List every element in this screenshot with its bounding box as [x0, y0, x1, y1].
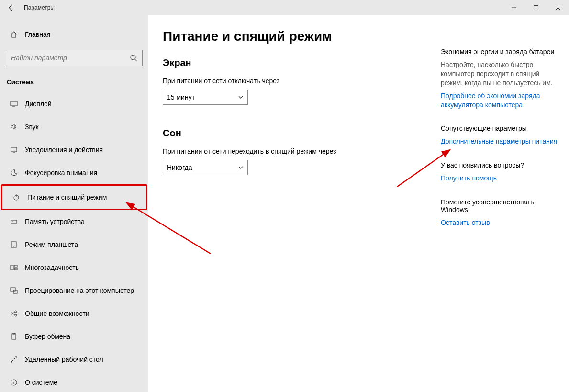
screen-label: При питании от сети отключать через	[163, 77, 445, 85]
section-heading: Система	[0, 75, 148, 92]
svg-line-24	[13, 314, 15, 315]
sidebar-item-focus[interactable]: Фокусировка внимания	[0, 161, 148, 184]
sidebar-item-notifications[interactable]: Уведомления и действия	[0, 138, 148, 161]
svg-point-20	[11, 313, 13, 314]
svg-rect-18	[11, 288, 15, 291]
content-area: Питание и спящий режим Экран При питании…	[163, 15, 445, 392]
sidebar: Главная Система Дисплей Звук Уведомления…	[0, 15, 148, 392]
back-button[interactable]	[0, 0, 22, 15]
sidebar-item-label: Уведомления и действия	[25, 146, 103, 154]
shared-icon	[9, 310, 19, 317]
sidebar-item-label: Дисплей	[25, 100, 52, 108]
sidebar-item-label: Память устройства	[25, 218, 85, 225]
select-value: 15 минут	[167, 93, 195, 101]
screen-heading: Экран	[163, 57, 445, 68]
sound-icon	[9, 123, 19, 131]
select-value: Никогда	[167, 164, 192, 171]
power-icon	[11, 193, 22, 201]
minimize-button[interactable]	[503, 0, 525, 15]
svg-point-22	[15, 314, 17, 316]
sidebar-item-clipboard[interactable]: Буфер обмена	[0, 325, 148, 348]
sidebar-item-label: Питание и спящий режим	[27, 193, 107, 201]
search-input[interactable]	[6, 50, 143, 66]
right-panel: Экономия энергии и заряда батареи Настро…	[441, 48, 559, 243]
sleep-label: При питании от сети переходить в спящий …	[163, 147, 445, 155]
svg-line-28	[14, 357, 17, 359]
battery-link[interactable]: Подробнее об экономии заряда аккумулятор…	[441, 91, 559, 110]
svg-rect-25	[12, 334, 16, 339]
svg-point-21	[15, 311, 17, 313]
window-title: Параметры	[22, 4, 55, 11]
storage-icon	[9, 218, 19, 225]
chevron-down-icon	[238, 165, 244, 170]
notifications-icon	[9, 146, 19, 154]
maximize-button[interactable]	[525, 0, 547, 15]
sidebar-item-multitasking[interactable]: Многозадачность	[0, 256, 148, 279]
battery-heading: Экономия энергии и заряда батареи	[441, 48, 559, 56]
page-title: Питание и спящий режим	[163, 29, 445, 44]
sidebar-item-label: Удаленный рабочий стол	[25, 356, 103, 363]
moon-icon	[9, 169, 19, 177]
clipboard-icon	[9, 333, 19, 340]
sidebar-item-label: О системе	[25, 379, 57, 386]
related-heading: Сопутствующие параметры	[441, 124, 559, 132]
sidebar-item-storage[interactable]: Память устройства	[0, 210, 148, 233]
svg-rect-6	[11, 101, 17, 106]
display-icon	[9, 100, 19, 108]
svg-point-14	[13, 246, 14, 246]
sidebar-item-label: Фокусировка внимания	[25, 169, 97, 177]
sidebar-item-label: Режим планшета	[25, 241, 78, 248]
feedback-link[interactable]: Оставить отзыв	[441, 218, 559, 227]
home-link[interactable]: Главная	[0, 25, 148, 44]
sleep-timeout-select[interactable]: Никогда	[163, 160, 248, 175]
titlebar: Параметры	[0, 0, 569, 15]
home-icon	[9, 31, 19, 38]
sidebar-item-shared[interactable]: Общие возможности	[0, 302, 148, 325]
multitask-icon	[9, 264, 19, 271]
svg-line-27	[11, 360, 13, 362]
svg-line-23	[13, 312, 15, 313]
svg-rect-16	[14, 265, 17, 267]
svg-rect-17	[14, 268, 17, 270]
related-link[interactable]: Дополнительные параметры питания	[441, 137, 559, 146]
sidebar-item-remote[interactable]: Удаленный рабочий стол	[0, 348, 148, 371]
close-button[interactable]	[547, 0, 569, 15]
svg-point-4	[131, 55, 135, 60]
sidebar-item-label: Звук	[25, 123, 39, 131]
svg-rect-8	[11, 147, 17, 152]
project-icon	[9, 287, 19, 294]
svg-point-30	[13, 381, 14, 381]
sidebar-item-label: Многозадачность	[25, 264, 79, 271]
svg-line-5	[135, 59, 137, 61]
help-link[interactable]: Получить помощь	[441, 174, 559, 183]
chevron-down-icon	[238, 94, 244, 100]
svg-rect-1	[534, 6, 538, 10]
search-icon	[130, 54, 137, 62]
sidebar-item-sound[interactable]: Звук	[0, 115, 148, 138]
sidebar-item-about[interactable]: О системе	[0, 371, 148, 392]
battery-text: Настройте, насколько быстро компьютер пе…	[441, 60, 559, 88]
help-heading: У вас появились вопросы?	[441, 161, 559, 169]
sidebar-item-label: Буфер обмена	[25, 333, 70, 340]
sidebar-item-display[interactable]: Дисплей	[0, 92, 148, 115]
tablet-icon	[9, 241, 19, 248]
sidebar-item-label: Общие возможности	[25, 310, 89, 317]
home-label: Главная	[25, 31, 50, 38]
svg-rect-11	[11, 220, 17, 223]
sidebar-item-projecting[interactable]: Проецирование на этот компьютер	[0, 279, 148, 302]
svg-rect-15	[11, 265, 13, 270]
remote-icon	[9, 356, 19, 363]
sidebar-item-power[interactable]: Питание и спящий режим	[1, 184, 147, 210]
feedback-heading: Помогите усовершенствовать Windows	[441, 198, 559, 213]
search-field[interactable]	[11, 54, 130, 62]
sleep-heading: Сон	[163, 128, 445, 139]
screen-timeout-select[interactable]: 15 минут	[163, 90, 248, 105]
svg-point-12	[12, 221, 13, 222]
info-icon	[9, 379, 19, 386]
sidebar-item-label: Проецирование на этот компьютер	[25, 287, 134, 294]
sidebar-item-tablet[interactable]: Режим планшета	[0, 233, 148, 256]
